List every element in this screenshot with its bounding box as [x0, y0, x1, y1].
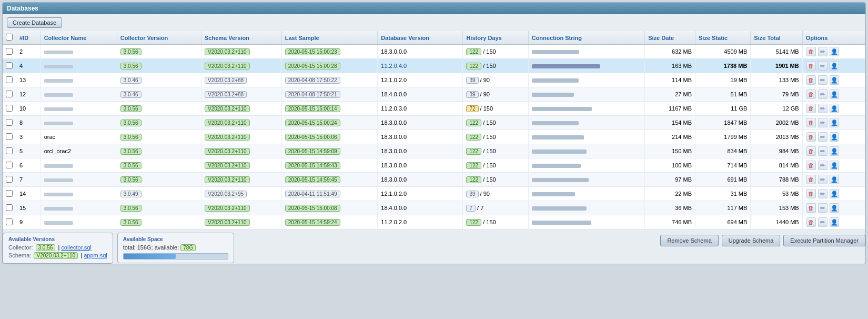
- edit-icon[interactable]: ✏: [818, 146, 827, 156]
- collector-sql-link[interactable]: collector.sql: [61, 244, 91, 251]
- edit-icon[interactable]: ✏: [818, 61, 827, 71]
- user-icon[interactable]: 👤: [830, 161, 839, 170]
- col-size-static: Size Static: [695, 31, 751, 45]
- user-icon[interactable]: 👤: [830, 47, 839, 56]
- row-checkbox-cell: [3, 187, 16, 201]
- schema-version-badge: V2020.03.2+110: [205, 219, 250, 226]
- user-icon[interactable]: 👤: [830, 203, 839, 213]
- history-badge: 122: [466, 48, 481, 55]
- last-sample-badge: 2020-05-15 15:00:24: [285, 119, 340, 126]
- row-checkbox[interactable]: [6, 105, 13, 112]
- edit-icon[interactable]: ✏: [818, 132, 827, 142]
- edit-icon[interactable]: ✏: [818, 47, 827, 56]
- row-size-static: 19 MB: [695, 73, 751, 87]
- row-conn-string: [528, 102, 644, 116]
- delete-icon[interactable]: 🗑: [806, 118, 816, 127]
- row-options: 🗑 ✏ 👤: [802, 87, 865, 102]
- delete-icon[interactable]: 🗑: [806, 161, 816, 170]
- row-size-static: 4509 MB: [695, 45, 751, 59]
- upgrade-schema-button[interactable]: Upgrade Schema: [722, 235, 781, 246]
- row-conn-string: [528, 130, 644, 144]
- schema-version-badge: V2020.03.2+95: [205, 191, 247, 197]
- row-id: 9: [16, 215, 41, 230]
- col-collector-version: Collector Version: [117, 31, 201, 45]
- delete-icon[interactable]: 🗑: [806, 75, 816, 85]
- row-checkbox[interactable]: [6, 133, 13, 140]
- edit-icon[interactable]: ✏: [818, 104, 827, 113]
- delete-icon[interactable]: 🗑: [806, 132, 816, 142]
- row-history-days: 122 / 150: [463, 116, 528, 130]
- edit-icon[interactable]: ✏: [818, 203, 827, 213]
- history-badge: 122: [466, 148, 481, 155]
- row-id: 10: [16, 102, 41, 116]
- delete-icon[interactable]: 🗑: [806, 104, 816, 113]
- collector-version-badge: 3.0.56: [120, 205, 142, 212]
- user-icon[interactable]: 👤: [830, 132, 839, 142]
- row-conn-string: [528, 187, 644, 201]
- user-icon[interactable]: 👤: [830, 89, 839, 99]
- edit-icon[interactable]: ✏: [818, 161, 827, 170]
- collector-name-bar: [44, 178, 73, 182]
- edit-icon[interactable]: ✏: [818, 189, 827, 198]
- user-icon[interactable]: 👤: [830, 75, 839, 85]
- row-checkbox[interactable]: [6, 204, 13, 211]
- row-checkbox[interactable]: [6, 76, 13, 83]
- edit-icon[interactable]: ✏: [818, 175, 827, 184]
- execute-partition-manager-button[interactable]: Execute Partition Manager: [783, 235, 865, 246]
- last-sample-badge: 2020-05-15 15:00:23: [285, 48, 340, 55]
- user-icon[interactable]: 👤: [830, 146, 839, 156]
- row-checkbox[interactable]: [6, 147, 13, 154]
- row-checkbox[interactable]: [6, 91, 13, 97]
- user-icon[interactable]: 👤: [830, 189, 839, 198]
- edit-icon[interactable]: ✏: [818, 75, 827, 85]
- delete-icon[interactable]: 🗑: [806, 146, 816, 156]
- row-checkbox[interactable]: [6, 48, 13, 55]
- user-icon[interactable]: 👤: [830, 61, 839, 71]
- schema-version-badge: V2020.03.2+110: [205, 162, 250, 169]
- user-icon[interactable]: 👤: [830, 217, 839, 227]
- user-icon[interactable]: 👤: [830, 104, 839, 113]
- row-checkbox[interactable]: [6, 119, 13, 126]
- row-checkbox[interactable]: [6, 218, 13, 225]
- row-size-total: 1901 MB: [751, 59, 802, 73]
- row-checkbox[interactable]: [6, 162, 13, 168]
- delete-icon[interactable]: 🗑: [806, 61, 816, 71]
- delete-icon[interactable]: 🗑: [806, 203, 816, 213]
- row-schema-version: V2020.03.2+88: [201, 73, 281, 87]
- row-collector-name: [41, 116, 117, 130]
- appm-sql-link[interactable]: appm.sql: [84, 252, 107, 258]
- delete-icon[interactable]: 🗑: [806, 47, 816, 56]
- edit-icon[interactable]: ✏: [818, 217, 827, 227]
- collector-name-bar: [44, 93, 73, 97]
- row-checkbox[interactable]: [6, 62, 13, 69]
- collector-name-bar: [44, 207, 73, 211]
- row-history-days: 122 / 150: [463, 59, 528, 73]
- row-checkbox[interactable]: [6, 190, 13, 197]
- row-collector-version: 3.0.56: [117, 158, 201, 173]
- delete-icon[interactable]: 🗑: [806, 189, 816, 198]
- row-schema-version: V2020.03.2+110: [201, 201, 281, 215]
- databases-panel: Databases Create Database #ID Collector …: [2, 2, 866, 264]
- row-checkbox[interactable]: [6, 176, 13, 183]
- row-size-date: 214 MB: [645, 130, 695, 144]
- schema-version-badge: V2020.03.2+110: [205, 105, 250, 112]
- delete-icon[interactable]: 🗑: [806, 175, 816, 184]
- options-cell: 🗑 ✏ 👤: [806, 89, 862, 99]
- last-sample-badge: 2020-05-15 14:59:09: [285, 148, 340, 155]
- delete-icon[interactable]: 🗑: [806, 217, 816, 227]
- remove-schema-button[interactable]: Remove Schema: [660, 235, 718, 246]
- edit-icon[interactable]: ✏: [818, 89, 827, 99]
- create-database-button[interactable]: Create Database: [7, 17, 62, 28]
- row-db-version: 11.2.0.2.0: [378, 215, 463, 230]
- edit-icon[interactable]: ✏: [818, 118, 827, 127]
- row-checkbox-cell: [3, 158, 16, 173]
- delete-icon[interactable]: 🗑: [806, 89, 816, 99]
- user-icon[interactable]: 👤: [830, 175, 839, 184]
- row-size-total: 53 MB: [751, 187, 802, 201]
- row-last-sample: 2020-05-15 15:00:24: [281, 116, 378, 130]
- row-conn-string: [528, 45, 644, 59]
- row-collector-version: 3.0.46: [117, 73, 201, 87]
- select-all-checkbox[interactable]: [6, 34, 13, 41]
- user-icon[interactable]: 👤: [830, 118, 839, 127]
- table-row: 23.0.56V2020.03.2+1102020-05-15 15:00:23…: [3, 45, 865, 59]
